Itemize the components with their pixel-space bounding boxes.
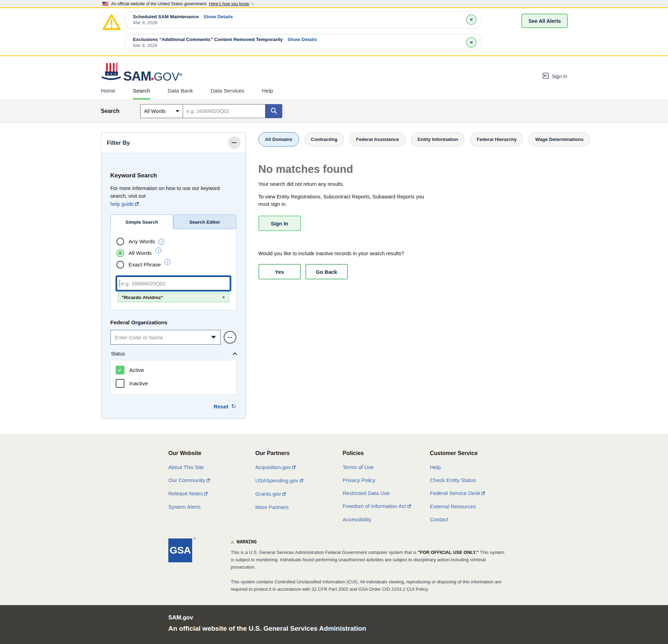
reset-icon[interactable]: ↻ (231, 403, 236, 410)
site-header: ★★★ SAM★GOV® Sign In Home Search Data Ba… (0, 56, 668, 100)
radio-icon[interactable] (116, 238, 124, 245)
keyword-chip-label: "Ricardo Alvidrez" (122, 295, 163, 300)
footer-link-external-resources[interactable]: External Resources (430, 503, 485, 509)
external-link-icon (407, 503, 411, 509)
radio-all-words[interactable]: All Words i (116, 249, 230, 257)
pill-contracting[interactable]: Contracting (304, 132, 344, 147)
uncle-sam-hat-icon: ★★★ (101, 62, 121, 83)
header-sign-in-link[interactable]: Sign In (542, 72, 567, 80)
chevron-up-icon[interactable] (232, 352, 237, 357)
yes-button[interactable]: Yes (258, 264, 301, 279)
alert-item: Exclusions “Additional Comments” Content… (125, 34, 482, 51)
nav-item-home[interactable]: Home (101, 88, 115, 100)
chip-remove-icon[interactable]: × (222, 294, 225, 300)
info-icon[interactable]: i (158, 239, 164, 245)
site-footer: Our Website About This Site Our Communit… (0, 434, 668, 605)
main-nav: Home Search Data Bank Data Services Help (101, 88, 567, 100)
footer-link-check-entity-status[interactable]: Check Entity Status (430, 477, 485, 483)
info-icon[interactable]: i (164, 259, 170, 265)
see-all-alerts-button[interactable]: See All Alerts (521, 14, 568, 28)
include-inactive-question: Would you like to include inactive recor… (258, 251, 590, 256)
search-bar: Search All Words (0, 100, 668, 123)
alert-title: Exclusions “Additional Comments” Content… (133, 37, 283, 42)
footer-link-release-notes[interactable]: Release Notes (168, 490, 255, 497)
close-icon[interactable]: ✕ (466, 37, 477, 48)
info-icon[interactable]: i (155, 248, 161, 253)
bottom-site-name: SAM.gov (168, 614, 668, 621)
checkbox-checked-icon[interactable]: ✓ (116, 366, 124, 374)
keyword-search-heading: Keyword Search (110, 172, 236, 179)
keyword-tabs: Simple Search Search Editor (110, 215, 236, 229)
pill-federal-assistance[interactable]: Federal Assistance (349, 132, 406, 147)
global-search-input[interactable] (183, 104, 265, 118)
footer-link-help[interactable]: Help (430, 464, 485, 470)
pill-wage-determinations[interactable]: Wage Determinations (528, 132, 590, 147)
main-content: Filter By Keyword Search For more inform… (0, 123, 668, 434)
gsa-logo: GSA ® (168, 538, 193, 593)
radio-exact-phrase[interactable]: Exact Phrase i (116, 261, 230, 269)
pill-entity-information[interactable]: Entity Information (411, 132, 465, 147)
footer-link-grants-gov[interactable]: Grants.gov (255, 491, 343, 497)
footer-link-foia[interactable]: Freedom of Information Act (343, 503, 430, 509)
more-options-button[interactable] (224, 331, 236, 344)
checkbox-icon[interactable] (116, 379, 124, 388)
external-link-icon (135, 201, 139, 208)
nav-item-data-services[interactable]: Data Services (210, 88, 244, 100)
sam-gov-logo[interactable]: ★★★ SAM★GOV® (101, 61, 567, 83)
search-bar-label: Search (101, 108, 140, 114)
caret-down-icon (176, 110, 179, 112)
radio-checked-icon[interactable] (116, 249, 124, 257)
search-submit-button[interactable] (265, 104, 282, 118)
svg-text:★: ★ (107, 73, 109, 75)
collapse-filters-button[interactable] (228, 136, 241, 149)
go-back-button[interactable]: Go Back (305, 264, 348, 279)
close-icon[interactable]: ✕ (466, 14, 477, 25)
nav-item-search[interactable]: Search (133, 88, 150, 100)
sign-in-icon (542, 72, 549, 80)
search-mode-select[interactable]: All Words (140, 104, 183, 118)
checkbox-inactive[interactable]: Inactive (116, 379, 231, 388)
footer-link-terms-of-use[interactable]: Terms of Use (343, 464, 430, 470)
footer-link-about-this-site[interactable]: About This Site (168, 464, 255, 470)
footer-link-system-alerts[interactable]: System Alerts (168, 504, 255, 510)
footer-link-accessibility[interactable]: Accessibility (343, 516, 430, 522)
logo-sam-text: SAM★GOV® (123, 70, 182, 83)
reset-filters-link[interactable]: Reset (214, 404, 228, 410)
footer-link-our-community[interactable]: Our Community (168, 477, 255, 483)
gov-banner-text: An official website of the United States… (111, 1, 206, 6)
radio-any-words[interactable]: Any Words i (116, 238, 230, 245)
footer-link-restricted-data-use[interactable]: Restricted Data Use (343, 490, 430, 496)
alert-date: Mar 9, 2026 (133, 20, 466, 25)
search-results: All Domains Contracting Federal Assistan… (258, 132, 590, 279)
filter-by-title: Filter By (107, 140, 130, 146)
footer-link-more-partners[interactable]: More Partners (255, 504, 343, 510)
tab-search-editor[interactable]: Search Editor (173, 215, 236, 229)
footer-link-federal-service-desk[interactable]: Federal Service Desk (430, 490, 485, 496)
footer-link-contact[interactable]: Contact (430, 516, 485, 522)
nav-item-help[interactable]: Help (262, 88, 273, 100)
pill-all-domains[interactable]: All Domains (258, 132, 299, 147)
alert-list: Scheduled SAM Maintenance Show Details M… (125, 11, 482, 51)
help-guide-link[interactable]: help guide (110, 201, 134, 207)
caret-down-icon[interactable] (211, 336, 216, 339)
tab-simple-search[interactable]: Simple Search (110, 215, 174, 229)
footer-link-acquisition-gov[interactable]: Acquisition.gov (255, 464, 343, 470)
checkbox-active[interactable]: ✓ Active (116, 366, 231, 374)
alert-show-details-link[interactable]: Show Details (203, 14, 233, 19)
warning-title: WARNING (237, 539, 257, 544)
alert-show-details-link[interactable]: Show Details (288, 37, 317, 42)
status-options: ✓ Active Inactive (110, 360, 236, 394)
keyword-search-input[interactable] (116, 276, 230, 291)
sign-in-button[interactable]: Sign In (258, 216, 301, 231)
radio-icon[interactable] (116, 261, 124, 269)
keyword-chip: "Ricardo Alvidrez" × (118, 293, 229, 302)
warning-icon: ⚠ (231, 538, 234, 545)
nav-item-data-bank[interactable]: Data Bank (168, 88, 193, 100)
footer-link-usaspending-gov[interactable]: USASpending.gov (255, 477, 343, 484)
pill-federal-hierarchy[interactable]: Federal Hierarchy (470, 132, 523, 147)
gov-banner: An official website of the United States… (0, 0, 668, 7)
footer-link-privacy-policy[interactable]: Privacy Policy (343, 477, 430, 483)
how-you-know-link[interactable]: Here’s how you know (209, 1, 253, 6)
alert-item: Scheduled SAM Maintenance Show Details M… (125, 11, 482, 28)
federal-org-combobox[interactable]: Enter Code or Name (110, 330, 221, 345)
